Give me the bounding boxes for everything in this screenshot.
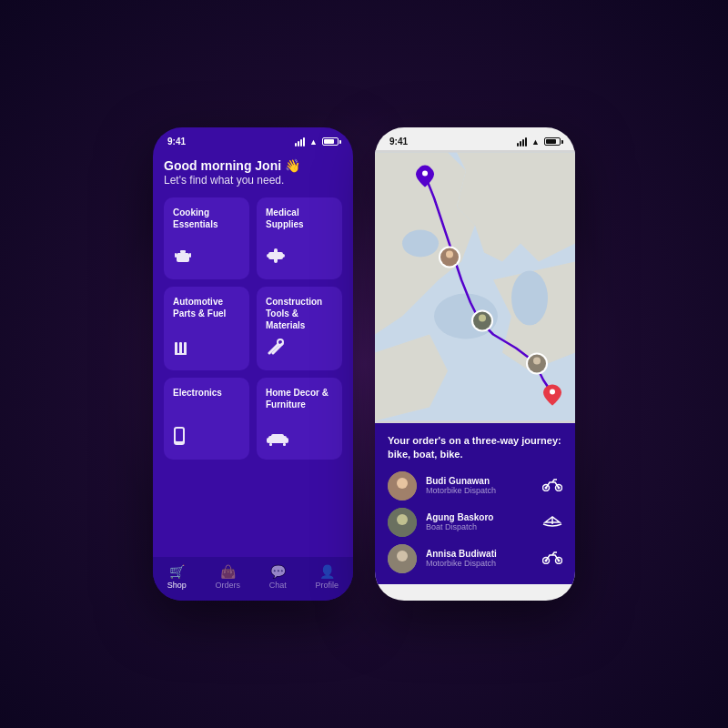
svg-point-38 [397, 478, 408, 489]
category-cooking-label: Cooking Essentials [173, 207, 240, 230]
dispatcher-budi: Budi Gunawan Motorbike Dispatch [388, 471, 562, 500]
dispatch-mode-annisa [542, 550, 562, 568]
svg-rect-6 [274, 248, 278, 263]
map-area [375, 150, 575, 423]
status-icons-phone1: ▲ [295, 137, 339, 147]
svg-rect-1 [175, 253, 177, 258]
category-homedecor[interactable]: Home Decor & Furniture [257, 378, 342, 460]
route-message: Your order's on a three-way journey: bik… [388, 434, 562, 462]
svg-point-42 [558, 486, 561, 489]
signal-icon [295, 137, 305, 147]
dispatcher-name-agung: Agung Baskoro [426, 512, 533, 522]
wifi-icon: ▲ [309, 137, 318, 147]
svg-point-36 [533, 358, 541, 365]
battery-icon-2 [544, 137, 561, 146]
svg-rect-0 [177, 253, 189, 262]
category-homedecor-label: Home Decor & Furniture [266, 387, 333, 410]
greeting-main: Good morning Joni 👋 [164, 157, 342, 174]
time-phone1: 9:41 [167, 136, 186, 147]
status-icons-phone2: ▲ [517, 137, 561, 147]
categories-grid: Cooking Essentials Medical Supplies [164, 197, 342, 460]
battery-icon [322, 137, 339, 146]
phone1-content: Good morning Joni 👋 Let's find what you … [153, 150, 353, 460]
svg-point-51 [558, 559, 561, 561]
svg-rect-9 [184, 342, 187, 355]
svg-rect-16 [176, 429, 183, 441]
category-automotive[interactable]: Automotive Parts & Fuel [164, 287, 249, 370]
dispatcher-info-annisa: Annisa Budiwati Motorbike Dispatch [426, 549, 533, 568]
bottom-nav: 🛒 Shop 👜 Orders 💬 Chat 👤 Profile [153, 557, 353, 601]
nav-orders[interactable]: 👜 Orders [216, 564, 241, 590]
signal-icon-2 [517, 137, 527, 147]
nav-chat-label: Chat [269, 581, 287, 590]
automotive-icon [173, 340, 240, 361]
svg-point-29 [422, 171, 428, 177]
category-medical[interactable]: Medical Supplies [257, 197, 342, 279]
homedecor-icon [266, 430, 333, 450]
status-bar-phone1: 9:41 ▲ [153, 127, 353, 150]
phone-tracking: 9:41 ▲ [375, 127, 575, 601]
svg-rect-20 [285, 438, 288, 443]
avatar-annisa [388, 544, 417, 573]
wifi-icon-2: ▲ [531, 137, 540, 147]
chat-icon: 💬 [270, 564, 286, 579]
svg-point-41 [545, 486, 548, 489]
dispatcher-role-annisa: Motorbike Dispatch [426, 559, 533, 568]
svg-rect-2 [189, 253, 191, 258]
dispatcher-role-agung: Boat Dispatch [426, 522, 533, 531]
nav-profile-label: Profile [316, 581, 339, 590]
avatar-agung [388, 508, 417, 537]
dispatcher-role-budi: Motorbike Dispatch [426, 486, 533, 495]
orders-icon: 👜 [220, 564, 236, 579]
status-bar-phone2: 9:41 ▲ [375, 127, 575, 150]
category-electronics[interactable]: Electronics [164, 378, 249, 460]
svg-point-27 [511, 271, 548, 326]
svg-rect-21 [271, 434, 284, 438]
electronics-icon [173, 426, 240, 450]
phones-container: 9:41 ▲ Good morning Joni 👋 Let's find wh… [153, 127, 575, 601]
avatar-budi [388, 471, 417, 500]
svg-point-47 [397, 551, 408, 561]
svg-point-17 [178, 442, 180, 444]
svg-rect-19 [267, 438, 270, 443]
dispatcher-info-budi: Budi Gunawan Motorbike Dispatch [426, 476, 533, 495]
svg-rect-8 [179, 342, 182, 355]
nav-shop[interactable]: 🛒 Shop [167, 564, 187, 590]
time-phone2: 9:41 [389, 136, 408, 147]
svg-rect-22 [269, 443, 272, 446]
dispatcher-info-agung: Agung Baskoro Boat Dispatch [426, 512, 533, 531]
category-construction[interactable]: Construction Tools & Materials [257, 287, 342, 370]
nav-profile[interactable]: 👤 Profile [316, 564, 339, 590]
svg-point-44 [397, 514, 408, 525]
category-cooking[interactable]: Cooking Essentials [164, 197, 249, 279]
svg-point-34 [479, 315, 486, 322]
svg-rect-10 [175, 353, 187, 355]
route-info: Your order's on a three-way journey: bik… [375, 423, 575, 584]
svg-point-32 [446, 251, 453, 258]
dispatch-mode-budi [542, 477, 562, 495]
category-electronics-label: Electronics [173, 387, 240, 399]
category-medical-label: Medical Supplies [266, 207, 333, 230]
dispatcher-annisa: Annisa Budiwati Motorbike Dispatch [388, 544, 562, 573]
cooking-icon [173, 246, 240, 270]
category-automotive-label: Automotive Parts & Fuel [173, 296, 240, 319]
dispatcher-list: Budi Gunawan Motorbike Dispatch [388, 471, 562, 573]
svg-rect-3 [180, 250, 186, 253]
nav-chat[interactable]: 💬 Chat [269, 564, 287, 590]
profile-icon: 👤 [319, 564, 335, 579]
greeting-sub: Let's find what you need. [164, 174, 342, 187]
svg-rect-7 [175, 342, 177, 355]
dispatcher-name-budi: Budi Gunawan [426, 476, 533, 486]
svg-rect-23 [283, 443, 286, 446]
nav-orders-label: Orders [216, 581, 241, 590]
nav-shop-label: Shop [167, 581, 187, 590]
dispatch-mode-agung [542, 513, 562, 531]
shop-icon: 🛒 [169, 564, 185, 579]
svg-point-25 [402, 230, 439, 258]
dispatcher-agung: Agung Baskoro Boat Dispatch [388, 508, 562, 537]
category-construction-label: Construction Tools & Materials [266, 296, 333, 331]
svg-point-30 [550, 389, 555, 395]
greeting: Good morning Joni 👋 Let's find what you … [164, 157, 342, 187]
medical-icon [266, 246, 333, 270]
phone-shop: 9:41 ▲ Good morning Joni 👋 Let's find wh… [153, 127, 353, 601]
